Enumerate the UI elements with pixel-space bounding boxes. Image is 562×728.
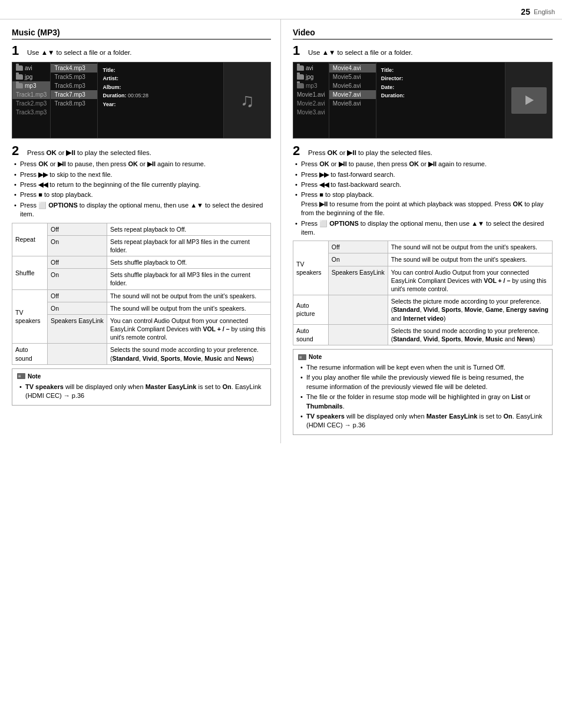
video-folder-mp3: mp3 — [293, 81, 329, 90]
folder-jpg: jpg — [12, 73, 50, 81]
page: 25 English Music (MP3) 1 Use ▲▼ to selec… — [0, 0, 562, 728]
repeat-on-name: On — [47, 235, 107, 256]
video-movie7: Movie7.avi — [329, 90, 376, 99]
video-folder-jpg: jpg — [293, 73, 329, 81]
video-step1-number: 1 — [293, 44, 303, 57]
video-col1: avi jpg mp3 Movie1.avi Movie2.avi Movie3… — [293, 62, 329, 138]
video-note-header: Note — [298, 353, 547, 361]
folder-icon — [16, 74, 23, 80]
shuffle-label: Shuffle — [12, 256, 48, 290]
video-note-bullet-3: The file or the folder in resume stop mo… — [298, 393, 547, 411]
video-movie4: Movie4.avi — [329, 64, 376, 73]
video-file-browser: avi jpg mp3 Movie1.avi Movie2.avi Movie3… — [293, 62, 553, 139]
shuffle-on-row: On Sets shuffle playback for all MP3 fil… — [12, 269, 271, 289]
video-thumbnail — [511, 87, 547, 114]
video-section: Video 1 Use ▲▼ to select a file or a fol… — [281, 19, 562, 443]
music-options-table: Repeat Off Sets repeat playback to Off. … — [12, 223, 271, 365]
music-note-header: Note — [17, 372, 266, 381]
video-movie3: Movie3.avi — [293, 108, 329, 117]
music-preview: ♫ — [223, 62, 270, 138]
folder-icon — [297, 74, 304, 80]
video-tv-easylink-desc: You can control Audio Output from your c… — [388, 266, 552, 295]
video-note-bullets: The resume information will be kept even… — [298, 363, 547, 430]
video-tv-off-desc: The sound will not be output from the un… — [388, 241, 552, 253]
track7: Track7.mp3 — [51, 90, 97, 99]
music-step2: 2 Press OK or ▶II to play the selected f… — [12, 144, 271, 219]
video-movie1: Movie1.avi — [293, 90, 329, 99]
video-bullet-pause: Press OK or ▶II to pause, then press OK … — [293, 160, 553, 169]
step1-text: Use ▲▼ to select a file or a folder. — [27, 44, 131, 57]
bullet-back: Press ◀◀ to return to the beginning of t… — [12, 180, 271, 189]
bullet-stop: Press ■ to stop playback. — [12, 190, 271, 199]
folder-icon — [297, 65, 304, 71]
video-auto-sound-name — [328, 324, 388, 345]
music-step1: 1 Use ▲▼ to select a file or a folder. — [12, 44, 271, 57]
columns: Music (MP3) 1 Use ▲▼ to select a file or… — [0, 19, 562, 443]
auto-picture-label: Auto picture — [293, 295, 329, 325]
video-tv-on-desc: The sound will be output from the unit's… — [388, 253, 552, 266]
video-col2: Movie4.avi Movie5.avi Movie6.avi Movie7.… — [329, 62, 376, 138]
track6: Track6.mp3 — [51, 81, 97, 90]
repeat-off-name: Off — [47, 223, 107, 235]
video-bullet-options: Press ⬜ OPTIONS to display the optional … — [293, 219, 553, 238]
video-folder-avi: avi — [293, 64, 329, 73]
page-number: 25 — [521, 7, 530, 17]
bullet-skip: Press ▶▶ to skip to the next file. — [12, 170, 271, 179]
music-title: Music (MP3) — [12, 28, 271, 39]
video-step2: 2 Press OK or ▶II to play the selected f… — [293, 144, 553, 237]
video-bullet-rew: Press ◀◀ to fast-backward search. — [293, 180, 553, 189]
tv-speakers-easylink-row: Speakers EasyLink You can control Audio … — [12, 314, 271, 344]
video-step2-intro: Press OK or ▶II to play the selected fil… — [308, 144, 432, 157]
folder-avi: avi — [12, 64, 50, 73]
language-label: English — [534, 8, 555, 15]
track2: Track2.mp3 — [12, 99, 50, 108]
video-movie6: Movie6.avi — [329, 81, 376, 90]
track1: Track1.mp3 — [12, 90, 50, 99]
tv-off-desc: The sound will not be output from the un… — [107, 289, 270, 302]
bullet-options: Press ⬜ OPTIONS to display the optional … — [12, 201, 271, 219]
video-movie8: Movie8.avi — [329, 99, 376, 108]
note-icon — [298, 354, 306, 360]
video-tv-label: TV speakers — [293, 241, 329, 295]
video-note-bullet-1: The resume information will be kept even… — [298, 363, 547, 372]
video-note: Note The resume information will be kept… — [293, 349, 553, 435]
video-movie2: Movie2.avi — [293, 99, 329, 108]
music-note-icon: ♫ — [240, 90, 254, 111]
shuffle-on-desc: Sets shuffle playback for all MP3 files … — [107, 269, 270, 289]
video-step1-text: Use ▲▼ to select a file or a folder. — [308, 44, 412, 57]
music-bullets: Press OK or ▶II to pause, then press OK … — [12, 160, 271, 219]
shuffle-on-name: On — [47, 269, 107, 289]
auto-picture-name — [328, 295, 388, 325]
top-bar: 25 English — [0, 6, 562, 19]
video-title: Video — [293, 28, 553, 39]
video-movie5: Movie5.avi — [329, 73, 376, 81]
folder-icon — [297, 83, 304, 88]
video-tv-easylink-row: Speakers EasyLink You can control Audio … — [293, 266, 553, 295]
auto-picture-row: Auto picture Selects the picture mode ac… — [293, 295, 553, 325]
repeat-on-desc: Sets repeat playback for all MP3 files i… — [107, 235, 270, 256]
folder-icon — [16, 65, 23, 71]
track8: Track8.mp3 — [51, 99, 97, 108]
repeat-label: Repeat — [12, 223, 48, 256]
repeat-off-row: Repeat Off Sets repeat playback to Off. — [12, 223, 271, 235]
music-info: Title: Artist: Album: Duration: 00:05:28… — [98, 62, 223, 138]
note-icon — [17, 373, 25, 379]
video-auto-sound-row: Auto sound Selects the sound mode accord… — [293, 324, 553, 345]
step2-intro: Press OK or ▶II to play the selected fil… — [27, 144, 151, 157]
video-note-bullet-4: TV speakers will be displayed only when … — [298, 412, 547, 430]
video-options-table: TV speakers Off The sound will not be ou… — [293, 241, 553, 345]
shuffle-off-desc: Sets shuffle playback to Off. — [107, 256, 270, 269]
repeat-on-row: On Sets repeat playback for all MP3 file… — [12, 235, 271, 256]
repeat-off-desc: Sets repeat playback to Off. — [107, 223, 270, 235]
video-info: Title: Director: Date: Duration: — [376, 62, 505, 138]
video-tv-off-row: TV speakers Off The sound will not be ou… — [293, 241, 553, 253]
track4: Track4.mp3 — [51, 64, 97, 73]
video-tv-easylink-name: Speakers EasyLink — [328, 266, 388, 295]
shuffle-off-row: Shuffle Off Sets shuffle playback to Off… — [12, 256, 271, 269]
step1-number: 1 — [12, 44, 22, 57]
video-tv-on-name: On — [328, 253, 388, 266]
video-tv-off-name: Off — [328, 241, 388, 253]
track3: Track3.mp3 — [12, 108, 50, 117]
video-auto-sound-desc: Selects the sound mode according to your… — [388, 324, 552, 345]
auto-sound-name — [47, 344, 107, 364]
